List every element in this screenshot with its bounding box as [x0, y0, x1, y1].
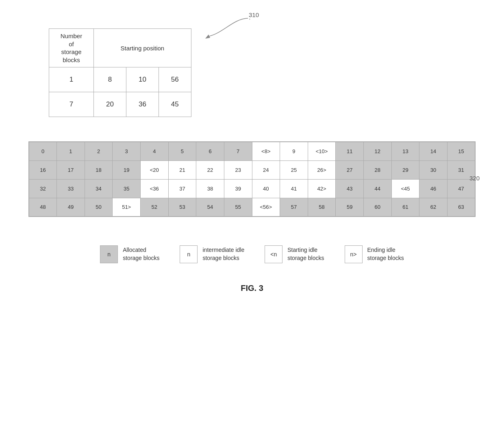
grid-cell-2-1: 33	[57, 179, 85, 198]
row1-blocks: 1	[49, 67, 94, 92]
grid-table-320: 01234567<8>9<10>111213141516171819<20212…	[28, 141, 476, 217]
grid-cell-3-10: 58	[308, 198, 336, 217]
legend-starting: <n Starting idlestorage blocks	[265, 245, 324, 263]
svg-marker-0	[205, 35, 210, 39]
table-310: Number ofstorageblocks Starting position…	[49, 28, 191, 117]
legend-wrapper: n Allocatedstorage blocks n intermediate…	[100, 245, 404, 263]
legend-text-allocated: Allocatedstorage blocks	[123, 246, 159, 262]
grid-cell-3-12: 60	[364, 198, 392, 217]
grid-cell-1-3: 19	[113, 160, 141, 179]
grid-cell-1-9: 25	[280, 160, 308, 179]
row2-sp3: 45	[159, 92, 191, 117]
grid-cell-2-8: 40	[252, 179, 280, 198]
legend-box-starting: <n	[265, 245, 282, 263]
grid-cell-3-1: 49	[57, 198, 85, 217]
grid-cell-2-10: 42>	[308, 179, 336, 198]
grid-cell-0-6: 6	[196, 142, 224, 160]
grid-cell-2-5: 37	[168, 179, 196, 198]
grid-cell-2-15: 47	[447, 179, 475, 198]
grid-wrapper: 01234567<8>9<10>111213141516171819<20212…	[28, 141, 476, 217]
data-row-1: 1 8 10 56	[49, 67, 191, 92]
label-310: 310	[249, 11, 259, 18]
label-320: 320	[469, 175, 480, 182]
grid-cell-3-9: 57	[280, 198, 308, 217]
grid-cell-3-3: 51>	[113, 198, 141, 217]
legend-text-ending: Ending idlestorage blocks	[367, 246, 404, 262]
grid-cell-3-7: 55	[224, 198, 252, 217]
grid-cell-1-5: 21	[168, 160, 196, 179]
legend-box-allocated: n	[100, 245, 118, 263]
figure-wrapper: 310 310 Number ofstorageblocks Starting …	[0, 0, 504, 429]
grid-cell-1-4: <20	[141, 160, 169, 179]
grid-row-1: 16171819<20212223242526>2728293031	[29, 160, 475, 179]
grid-cell-0-13: 13	[391, 142, 419, 160]
grid-cell-3-15: 63	[447, 198, 475, 217]
grid-cell-0-15: 15	[447, 142, 475, 160]
grid-cell-0-9: 9	[280, 142, 308, 160]
grid-cell-1-13: 29	[391, 160, 419, 179]
grid-cell-1-0: 16	[29, 160, 57, 179]
grid-row-2: 32333435<36373839404142>4344<454647	[29, 179, 475, 198]
grid-cell-1-7: 23	[224, 160, 252, 179]
legend-text-starting: Starting idlestorage blocks	[287, 246, 324, 262]
grid-cell-2-3: 35	[113, 179, 141, 198]
grid-cell-3-5: 53	[168, 198, 196, 217]
grid-cell-0-11: 11	[336, 142, 364, 160]
grid-cell-2-7: 39	[224, 179, 252, 198]
grid-cell-3-6: 54	[196, 198, 224, 217]
grid-cell-0-1: 1	[57, 142, 85, 160]
grid-cell-2-14: 46	[419, 179, 448, 198]
legend-ending: n> Ending idlestorage blocks	[345, 245, 404, 263]
grid-cell-0-2: 2	[85, 142, 113, 160]
col-header-blocks: Number ofstorageblocks	[49, 29, 94, 67]
legend-idle: n intermediate idlestorage blocks	[180, 245, 244, 263]
table-310-wrapper: Number ofstorageblocks Starting position…	[49, 28, 191, 117]
grid-cell-0-10: <10>	[308, 142, 336, 160]
legend-box-idle: n	[180, 245, 198, 263]
arrow-310: 310	[169, 14, 250, 39]
grid-cell-0-0: 0	[29, 142, 57, 160]
row1-sp2: 10	[126, 67, 159, 92]
grid-cell-0-8: <8>	[252, 142, 280, 160]
grid-cell-0-12: 12	[364, 142, 392, 160]
grid-cell-2-12: 44	[364, 179, 392, 198]
row2-sp2: 36	[126, 92, 159, 117]
grid-cell-1-1: 17	[57, 160, 85, 179]
grid-cell-0-5: 5	[168, 142, 196, 160]
grid-cell-1-14: 30	[419, 160, 448, 179]
grid-row-3: 48495051>52535455<56>57585960616263	[29, 198, 475, 217]
grid-cell-3-11: 59	[336, 198, 364, 217]
legend-box-ending: n>	[345, 245, 363, 263]
grid-cell-2-2: 34	[85, 179, 113, 198]
grid-cell-1-12: 28	[364, 160, 392, 179]
grid-cell-0-14: 14	[419, 142, 448, 160]
grid-cell-3-0: 48	[29, 198, 57, 217]
fig-label: FIG. 3	[241, 284, 263, 293]
legend-text-idle: intermediate idlestorage blocks	[202, 246, 244, 262]
row2-sp1: 20	[94, 92, 126, 117]
grid-cell-1-8: 24	[252, 160, 280, 179]
grid-cell-1-2: 18	[85, 160, 113, 179]
data-row-2: 7 20 36 45	[49, 92, 191, 117]
grid-cell-2-9: 41	[280, 179, 308, 198]
grid-cell-0-4: 4	[141, 142, 169, 160]
grid-cell-1-11: 27	[336, 160, 364, 179]
grid-cell-2-13: <45	[391, 179, 419, 198]
grid-cell-3-4: 52	[141, 198, 169, 217]
grid-cell-1-6: 22	[196, 160, 224, 179]
row1-sp1: 8	[94, 67, 126, 92]
grid-cell-0-7: 7	[224, 142, 252, 160]
grid-cell-3-2: 50	[85, 198, 113, 217]
grid-cell-2-6: 38	[196, 179, 224, 198]
grid-cell-0-3: 3	[113, 142, 141, 160]
grid-cell-3-13: 61	[391, 198, 419, 217]
grid-row-0: 01234567<8>9<10>1112131415	[29, 142, 475, 160]
grid-cell-2-11: 43	[336, 179, 364, 198]
row2-blocks: 7	[49, 92, 94, 117]
grid-cell-2-4: <36	[141, 179, 169, 198]
row1-sp3: 56	[159, 67, 191, 92]
legend-allocated: n Allocatedstorage blocks	[100, 245, 159, 263]
grid-cell-3-14: 62	[419, 198, 448, 217]
grid-cell-3-8: <56>	[252, 198, 280, 217]
grid-cell-2-0: 32	[29, 179, 57, 198]
